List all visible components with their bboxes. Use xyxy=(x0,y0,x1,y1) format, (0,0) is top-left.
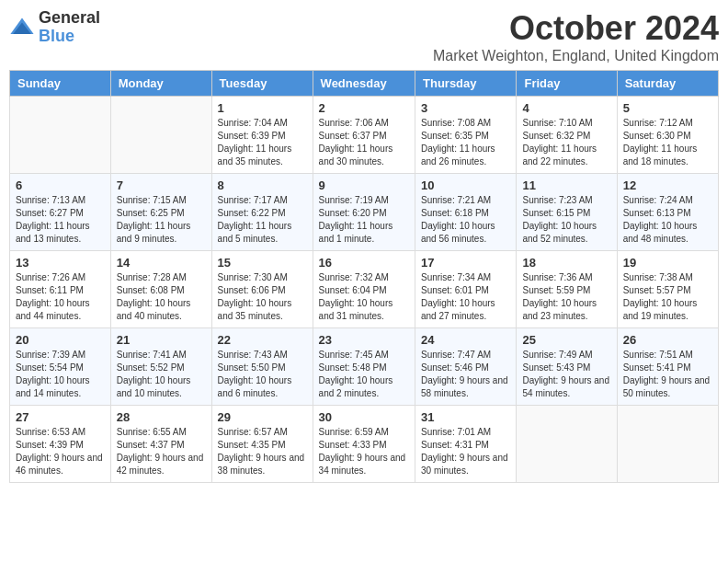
day-number: 27 xyxy=(16,410,105,424)
day-number: 28 xyxy=(117,410,206,424)
day-info: Sunrise: 7:13 AM Sunset: 6:27 PM Dayligh… xyxy=(16,194,105,246)
calendar-cell: 6Sunrise: 7:13 AM Sunset: 6:27 PM Daylig… xyxy=(10,174,111,251)
day-number: 30 xyxy=(319,410,409,424)
day-info: Sunrise: 7:49 AM Sunset: 5:43 PM Dayligh… xyxy=(522,349,610,400)
day-info: Sunrise: 7:19 AM Sunset: 6:20 PM Dayligh… xyxy=(319,194,409,246)
day-number: 16 xyxy=(319,256,409,270)
calendar-cell: 22Sunrise: 7:43 AM Sunset: 5:50 PM Dayli… xyxy=(211,328,313,406)
day-number: 8 xyxy=(218,178,307,192)
calendar-cell: 18Sunrise: 7:36 AM Sunset: 5:59 PM Dayli… xyxy=(517,251,617,328)
calendar-week-row: 27Sunrise: 6:53 AM Sunset: 4:39 PM Dayli… xyxy=(10,406,719,483)
calendar-cell: 15Sunrise: 7:30 AM Sunset: 6:06 PM Dayli… xyxy=(211,251,313,328)
calendar-cell: 20Sunrise: 7:39 AM Sunset: 5:54 PM Dayli… xyxy=(10,328,111,406)
calendar: SundayMondayTuesdayWednesdayThursdayFrid… xyxy=(9,70,719,483)
day-info: Sunrise: 7:17 AM Sunset: 6:22 PM Dayligh… xyxy=(218,194,307,246)
logo-general: General xyxy=(39,9,100,28)
day-number: 6 xyxy=(16,178,105,192)
calendar-header-saturday: Saturday xyxy=(617,71,718,97)
calendar-week-row: 6Sunrise: 7:13 AM Sunset: 6:27 PM Daylig… xyxy=(10,174,719,251)
day-number: 15 xyxy=(218,256,307,270)
logo: General Blue xyxy=(9,9,100,46)
day-number: 14 xyxy=(117,256,206,270)
calendar-cell: 16Sunrise: 7:32 AM Sunset: 6:04 PM Dayli… xyxy=(313,251,415,328)
day-info: Sunrise: 7:30 AM Sunset: 6:06 PM Dayligh… xyxy=(218,271,307,323)
calendar-cell: 11Sunrise: 7:23 AM Sunset: 6:15 PM Dayli… xyxy=(517,174,617,251)
calendar-header-wednesday: Wednesday xyxy=(313,71,415,97)
day-info: Sunrise: 7:04 AM Sunset: 6:39 PM Dayligh… xyxy=(218,117,307,168)
calendar-cell: 31Sunrise: 7:01 AM Sunset: 4:31 PM Dayli… xyxy=(415,406,517,483)
day-info: Sunrise: 7:39 AM Sunset: 5:54 PM Dayligh… xyxy=(16,349,105,400)
calendar-cell: 19Sunrise: 7:38 AM Sunset: 5:57 PM Dayli… xyxy=(617,251,718,328)
calendar-header-monday: Monday xyxy=(110,71,211,97)
day-number: 21 xyxy=(117,333,206,347)
day-number: 2 xyxy=(319,101,409,115)
calendar-header-tuesday: Tuesday xyxy=(211,71,313,97)
logo-icon xyxy=(9,15,35,40)
calendar-header-row: SundayMondayTuesdayWednesdayThursdayFrid… xyxy=(10,71,719,97)
day-info: Sunrise: 7:47 AM Sunset: 5:46 PM Dayligh… xyxy=(421,349,510,400)
calendar-cell: 1Sunrise: 7:04 AM Sunset: 6:39 PM Daylig… xyxy=(211,97,313,174)
day-number: 24 xyxy=(421,333,510,347)
calendar-cell: 30Sunrise: 6:59 AM Sunset: 4:33 PM Dayli… xyxy=(313,406,415,483)
calendar-cell: 17Sunrise: 7:34 AM Sunset: 6:01 PM Dayli… xyxy=(415,251,517,328)
calendar-header-thursday: Thursday xyxy=(415,71,517,97)
day-info: Sunrise: 7:26 AM Sunset: 6:11 PM Dayligh… xyxy=(16,271,105,323)
day-number: 12 xyxy=(623,178,712,192)
calendar-cell: 4Sunrise: 7:10 AM Sunset: 6:32 PM Daylig… xyxy=(517,97,617,174)
calendar-cell: 12Sunrise: 7:24 AM Sunset: 6:13 PM Dayli… xyxy=(617,174,718,251)
calendar-cell: 10Sunrise: 7:21 AM Sunset: 6:18 PM Dayli… xyxy=(415,174,517,251)
day-info: Sunrise: 7:45 AM Sunset: 5:48 PM Dayligh… xyxy=(319,349,409,400)
day-number: 1 xyxy=(218,101,307,115)
day-number: 19 xyxy=(623,256,712,270)
calendar-cell: 23Sunrise: 7:45 AM Sunset: 5:48 PM Dayli… xyxy=(313,328,415,406)
day-number: 26 xyxy=(623,333,712,347)
day-info: Sunrise: 7:15 AM Sunset: 6:25 PM Dayligh… xyxy=(117,194,206,246)
calendar-cell: 2Sunrise: 7:06 AM Sunset: 6:37 PM Daylig… xyxy=(313,97,415,174)
calendar-week-row: 13Sunrise: 7:26 AM Sunset: 6:11 PM Dayli… xyxy=(10,251,719,328)
calendar-cell: 7Sunrise: 7:15 AM Sunset: 6:25 PM Daylig… xyxy=(110,174,211,251)
day-info: Sunrise: 7:06 AM Sunset: 6:37 PM Dayligh… xyxy=(319,117,409,168)
page-header: General Blue October 2024 Market Weighto… xyxy=(9,9,719,64)
day-info: Sunrise: 6:57 AM Sunset: 4:35 PM Dayligh… xyxy=(218,426,307,477)
title-block: October 2024 Market Weighton, England, U… xyxy=(433,9,719,64)
day-info: Sunrise: 7:10 AM Sunset: 6:32 PM Dayligh… xyxy=(522,117,610,168)
day-number: 13 xyxy=(16,256,105,270)
calendar-cell xyxy=(517,406,617,483)
day-info: Sunrise: 6:53 AM Sunset: 4:39 PM Dayligh… xyxy=(16,426,105,477)
calendar-cell: 13Sunrise: 7:26 AM Sunset: 6:11 PM Dayli… xyxy=(10,251,111,328)
day-info: Sunrise: 7:34 AM Sunset: 6:01 PM Dayligh… xyxy=(421,271,510,323)
day-info: Sunrise: 7:28 AM Sunset: 6:08 PM Dayligh… xyxy=(117,271,206,323)
calendar-cell xyxy=(617,406,718,483)
calendar-cell: 3Sunrise: 7:08 AM Sunset: 6:35 PM Daylig… xyxy=(415,97,517,174)
day-number: 10 xyxy=(421,178,510,192)
day-info: Sunrise: 7:23 AM Sunset: 6:15 PM Dayligh… xyxy=(522,194,610,246)
logo-text: General Blue xyxy=(39,9,100,46)
calendar-week-row: 1Sunrise: 7:04 AM Sunset: 6:39 PM Daylig… xyxy=(10,97,719,174)
month-title: October 2024 xyxy=(433,9,719,48)
calendar-cell: 24Sunrise: 7:47 AM Sunset: 5:46 PM Dayli… xyxy=(415,328,517,406)
day-number: 29 xyxy=(218,410,307,424)
day-info: Sunrise: 7:08 AM Sunset: 6:35 PM Dayligh… xyxy=(421,117,510,168)
calendar-cell: 8Sunrise: 7:17 AM Sunset: 6:22 PM Daylig… xyxy=(211,174,313,251)
day-number: 31 xyxy=(421,410,510,424)
day-info: Sunrise: 7:36 AM Sunset: 5:59 PM Dayligh… xyxy=(522,271,610,323)
calendar-cell: 5Sunrise: 7:12 AM Sunset: 6:30 PM Daylig… xyxy=(617,97,718,174)
day-number: 7 xyxy=(117,178,206,192)
calendar-cell: 25Sunrise: 7:49 AM Sunset: 5:43 PM Dayli… xyxy=(517,328,617,406)
day-number: 5 xyxy=(623,101,712,115)
calendar-cell: 26Sunrise: 7:51 AM Sunset: 5:41 PM Dayli… xyxy=(617,328,718,406)
day-info: Sunrise: 7:01 AM Sunset: 4:31 PM Dayligh… xyxy=(421,426,510,477)
day-number: 22 xyxy=(218,333,307,347)
day-info: Sunrise: 7:43 AM Sunset: 5:50 PM Dayligh… xyxy=(218,349,307,400)
logo-blue: Blue xyxy=(39,28,100,46)
calendar-week-row: 20Sunrise: 7:39 AM Sunset: 5:54 PM Dayli… xyxy=(10,328,719,406)
day-info: Sunrise: 7:41 AM Sunset: 5:52 PM Dayligh… xyxy=(117,349,206,400)
day-number: 25 xyxy=(522,333,610,347)
day-number: 11 xyxy=(522,178,610,192)
calendar-cell: 29Sunrise: 6:57 AM Sunset: 4:35 PM Dayli… xyxy=(211,406,313,483)
calendar-cell: 9Sunrise: 7:19 AM Sunset: 6:20 PM Daylig… xyxy=(313,174,415,251)
day-info: Sunrise: 7:38 AM Sunset: 5:57 PM Dayligh… xyxy=(623,271,712,323)
day-info: Sunrise: 7:32 AM Sunset: 6:04 PM Dayligh… xyxy=(319,271,409,323)
day-info: Sunrise: 7:24 AM Sunset: 6:13 PM Dayligh… xyxy=(623,194,712,246)
day-number: 17 xyxy=(421,256,510,270)
